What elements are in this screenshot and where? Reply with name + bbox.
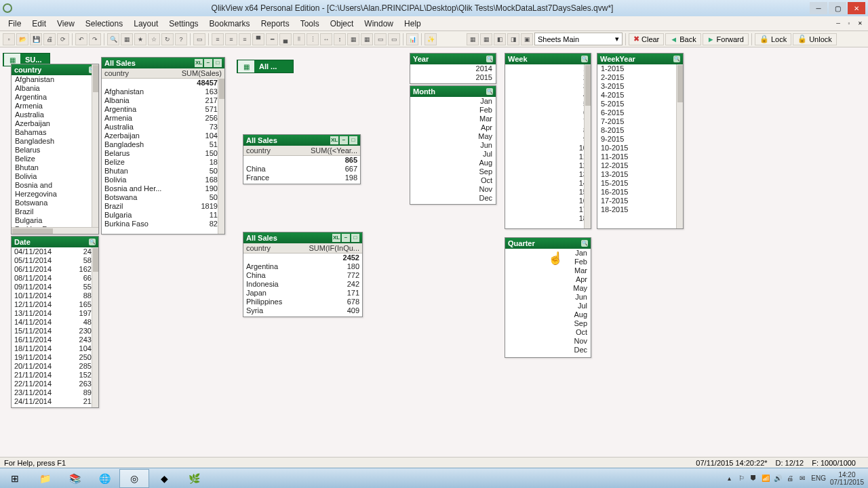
- list-item[interactable]: Belarus: [12, 146, 98, 155]
- table-row[interactable]: China772: [243, 271, 362, 280]
- list-item[interactable]: 18-2015: [597, 205, 683, 214]
- scrollbar-v[interactable]: [218, 78, 224, 234]
- table-row[interactable]: 18/11/20141042: [12, 344, 98, 353]
- table-all-sales-1[interactable]: All Sales XL − □ countrySUM(Sales) 48457…: [101, 57, 225, 235]
- back-button[interactable]: ◄Back: [665, 33, 701, 45]
- minimize-button[interactable]: ─: [810, 2, 827, 14]
- table-row[interactable]: 20/11/20142857: [12, 362, 98, 371]
- list-item[interactable]: Australia: [12, 110, 98, 119]
- table-row[interactable]: 16/11/20142435: [12, 336, 98, 344]
- menu-bookmarks[interactable]: Bookmarks: [204, 18, 256, 30]
- scrollbar-v[interactable]: [676, 64, 683, 228]
- list-item[interactable]: Argentina: [12, 93, 98, 102]
- list-item[interactable]: Nov: [505, 337, 591, 346]
- list-item[interactable]: Dec: [410, 194, 496, 203]
- menu-object[interactable]: Object: [325, 18, 359, 30]
- tray-printer-icon[interactable]: 🖨: [785, 474, 795, 483]
- list-item[interactable]: Belize: [12, 155, 98, 163]
- list-item[interactable]: 16-2015: [597, 188, 683, 197]
- list-item[interactable]: Jul: [410, 150, 496, 159]
- tb-space-h[interactable]: ↔: [320, 33, 332, 45]
- table-row[interactable]: 24/11/2014211: [12, 397, 98, 406]
- task-app1[interactable]: ◆: [149, 469, 179, 488]
- table-row[interactable]: Syria409: [243, 306, 362, 315]
- tb-doc[interactable]: ▭: [374, 33, 387, 45]
- list-item[interactable]: 2: [505, 73, 591, 82]
- list-item[interactable]: 15-2015: [597, 179, 683, 188]
- list-item[interactable]: 7: [505, 117, 591, 126]
- xl-export-icon[interactable]: XL: [332, 234, 340, 242]
- scrollbar-v[interactable]: [584, 64, 591, 228]
- tray-net-icon[interactable]: 📶: [761, 474, 770, 483]
- table-row[interactable]: Australia732: [102, 123, 224, 131]
- tb-print[interactable]: 🖨: [43, 33, 56, 45]
- scrollbar-h[interactable]: [12, 227, 98, 234]
- listbox-country[interactable]: country🔍 AfghanistanAlbaniaArgentinaArme…: [11, 64, 99, 235]
- list-item[interactable]: Sep: [410, 167, 496, 176]
- tb-dist-h[interactable]: ⫴: [293, 33, 305, 45]
- tb-redo[interactable]: ↷: [89, 33, 101, 45]
- menu-selections[interactable]: Selections: [80, 18, 128, 30]
- list-item[interactable]: Azerbaijan: [12, 119, 98, 128]
- tray-shield-icon[interactable]: ⛊: [749, 474, 758, 483]
- menu-settings[interactable]: Settings: [163, 18, 203, 30]
- table-row[interactable]: 14/11/2014484: [12, 318, 98, 327]
- list-item[interactable]: 2-2015: [597, 73, 683, 82]
- clear-button[interactable]: ✖Clear: [629, 33, 664, 45]
- minimize-panel-icon[interactable]: −: [342, 234, 350, 242]
- list-item[interactable]: 13: [505, 170, 591, 179]
- listbox-weekyear[interactable]: WeekYear🔍 1-20152-20153-20154-20155-2015…: [597, 53, 684, 229]
- menu-edit[interactable]: Edit: [26, 18, 52, 30]
- list-item[interactable]: 7-2015: [597, 117, 683, 126]
- list-item[interactable]: 17: [505, 205, 591, 214]
- sheets-combo[interactable]: Sheets Main▾: [534, 33, 623, 45]
- table-all-sales-2[interactable]: All Sales XL − □ countrySUM({<Year... 86…: [243, 134, 361, 184]
- list-item[interactable]: 3: [505, 82, 591, 91]
- search-icon[interactable]: 🔍: [581, 56, 588, 62]
- list-item[interactable]: Sep: [505, 319, 591, 328]
- list-item[interactable]: 6: [505, 108, 591, 117]
- list-item[interactable]: 10-2015: [597, 144, 683, 152]
- tb-addbm[interactable]: ☆: [148, 33, 160, 45]
- table-row[interactable]: 06/11/20141621: [12, 265, 98, 274]
- list-item[interactable]: 2014: [410, 64, 496, 73]
- tb-help[interactable]: ?: [175, 33, 187, 45]
- list-item[interactable]: Oct: [410, 176, 496, 185]
- table-row[interactable]: Brazil18198: [102, 202, 224, 211]
- list-item[interactable]: May: [505, 284, 591, 293]
- table-row[interactable]: France198: [243, 174, 360, 182]
- list-item[interactable]: 11: [505, 152, 591, 161]
- minimize-panel-icon[interactable]: −: [204, 59, 212, 67]
- tb-align-c[interactable]: ≡: [225, 33, 237, 45]
- maximize-button[interactable]: ▢: [829, 2, 846, 14]
- list-item[interactable]: Jun: [410, 141, 496, 150]
- list-item[interactable]: Bangladesh: [12, 137, 98, 146]
- list-item[interactable]: Mar: [505, 266, 591, 275]
- tb-tableprop[interactable]: ▦: [467, 33, 479, 45]
- minimize-panel-icon[interactable]: −: [340, 136, 348, 144]
- tab-object-all[interactable]: ▦ All ...: [237, 60, 294, 73]
- close-button[interactable]: ✕: [848, 2, 865, 14]
- table-row[interactable]: Japan171: [243, 289, 362, 298]
- table-row[interactable]: Albania2177: [102, 96, 224, 105]
- list-item[interactable]: 13-2015: [597, 170, 683, 179]
- table-row[interactable]: 12/11/20141652: [12, 300, 98, 309]
- table-row[interactable]: Belarus1502: [102, 149, 224, 158]
- search-icon[interactable]: 🔍: [581, 240, 588, 247]
- list-item[interactable]: 16: [505, 197, 591, 205]
- table-row[interactable]: 22/11/20142634: [12, 380, 98, 388]
- tb-open[interactable]: 📂: [16, 33, 28, 45]
- tray-flag-icon[interactable]: ⚐: [736, 474, 746, 483]
- tb-dist-v[interactable]: ⋮: [307, 33, 319, 45]
- tb-align-t[interactable]: ▀: [252, 33, 264, 45]
- tb-align-l[interactable]: ≡: [212, 33, 224, 45]
- list-item[interactable]: 2015: [410, 73, 496, 82]
- task-lib[interactable]: 📚: [60, 469, 90, 488]
- table-row[interactable]: Bangladesh510: [102, 140, 224, 149]
- tb-selections[interactable]: ▦: [121, 33, 133, 45]
- table-row[interactable]: Bosnia and Her...1906: [102, 184, 224, 193]
- list-item[interactable]: 17-2015: [597, 197, 683, 205]
- unlock-button[interactable]: 🔓Unlock: [793, 33, 837, 45]
- table-row[interactable]: Burkina Faso826: [102, 220, 224, 228]
- table-row[interactable]: Botswana502: [102, 193, 224, 202]
